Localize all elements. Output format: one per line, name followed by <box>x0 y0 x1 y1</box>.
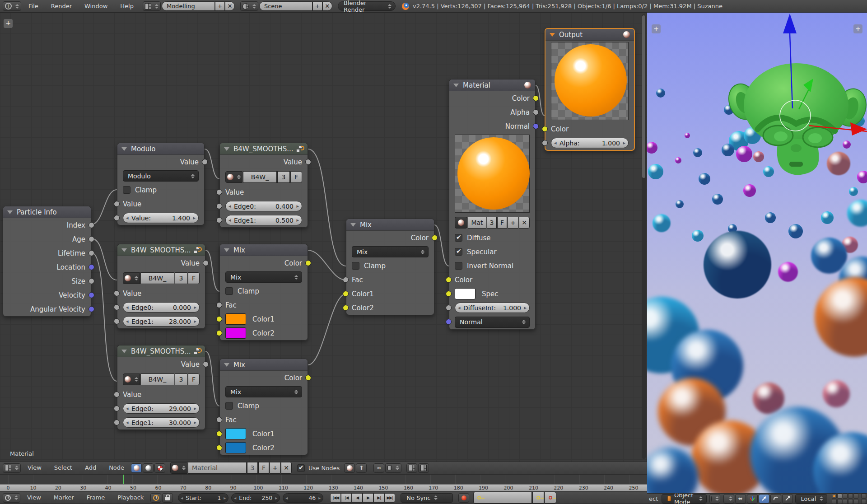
render-engine-dropdown[interactable]: Blender Render <box>338 1 396 11</box>
suzanne-monkey[interactable] <box>724 63 867 175</box>
fake-user-button[interactable]: F <box>290 171 302 183</box>
socket-value2-input[interactable] <box>114 215 120 221</box>
socket-age-output[interactable] <box>89 236 94 242</box>
use-nodes-checkbox[interactable] <box>297 464 305 472</box>
socket-normal-output[interactable] <box>533 123 539 129</box>
compositing-nodes-button[interactable] <box>143 463 154 473</box>
diffuse-checkbox[interactable] <box>455 234 462 242</box>
menu-file[interactable]: File <box>22 0 45 13</box>
scrollbar-thumb[interactable] <box>642 15 645 178</box>
node-math-modulo[interactable]: Modulo Value Modulo Clamp Value Value:1.… <box>117 143 205 225</box>
layer-cell[interactable] <box>848 499 853 504</box>
edge1-slider[interactable]: Edge1:0.500 <box>225 215 302 225</box>
socket-color-output[interactable] <box>305 375 311 381</box>
delete-keyframe-button[interactable] <box>545 492 556 504</box>
translate-manipulator-button[interactable] <box>759 494 769 504</box>
group-browse-button[interactable] <box>123 373 140 385</box>
invert-normal-checkbox[interactable] <box>455 262 462 270</box>
menu-playback[interactable]: Playback <box>111 491 150 504</box>
socket-value-input[interactable] <box>216 189 222 195</box>
socket-angular-velocity-output[interactable] <box>89 306 94 312</box>
user-count-button[interactable]: 3 <box>277 171 290 183</box>
layer-cell[interactable] <box>843 499 848 504</box>
menu-help[interactable]: Help <box>114 0 140 13</box>
layer-cell[interactable] <box>843 494 848 499</box>
node-header[interactable]: Material <box>449 79 535 91</box>
socket-fac-input[interactable] <box>216 417 222 423</box>
current-frame-playhead[interactable] <box>123 475 124 485</box>
node-mix-2[interactable]: Mix Color Mix Clamp Fac Color1 Color2 <box>219 359 308 455</box>
blend-type-dropdown[interactable]: Mix <box>225 386 302 397</box>
timeline-frame-ruler[interactable]: 0102030405060708090100110120130140150160… <box>0 484 647 491</box>
collapse-triangle-icon[interactable] <box>121 147 127 151</box>
node-group-b4w-smoothstep-2[interactable]: B4W_SMOOTHS... Value B4W_ 3 F Value Edge… <box>117 244 205 329</box>
node-header[interactable]: Modulo <box>117 143 204 155</box>
blend-type-dropdown[interactable]: Mix <box>352 246 429 257</box>
menu-add[interactable]: Add <box>79 462 103 474</box>
layer-cell[interactable] <box>853 499 858 504</box>
unlink-material-button[interactable]: ✕ <box>281 462 292 474</box>
editor-type-button[interactable] <box>3 493 20 503</box>
diffuse-intensity-slider[interactable]: DiffuseInt:1.000 <box>455 303 530 313</box>
viewport-3d[interactable]: + + <box>647 13 867 493</box>
fake-user-button[interactable]: F <box>188 272 200 284</box>
socket-edge0-input[interactable] <box>114 304 120 310</box>
user-count-button[interactable]: 3 <box>487 217 497 229</box>
socket-spec-input[interactable] <box>446 291 452 297</box>
operation-dropdown[interactable]: Modulo <box>123 170 199 182</box>
clipped-menu-text[interactable]: ect <box>649 495 658 502</box>
socket-lifetime-output[interactable] <box>89 250 94 256</box>
delete-scene-button[interactable]: ✕ <box>322 1 332 11</box>
node-header[interactable]: Mix <box>220 244 308 256</box>
layer-cell[interactable] <box>832 499 837 504</box>
user-count-button[interactable]: 3 <box>247 462 258 474</box>
value-slider[interactable]: Value:1.400 <box>123 213 199 223</box>
end-frame-field[interactable]: End:250 <box>231 493 280 503</box>
socket-edge1-input[interactable] <box>114 420 120 425</box>
layers-grid-1[interactable] <box>832 494 858 504</box>
normal-dropdown[interactable]: Normal <box>455 317 530 328</box>
timeline-track-area[interactable] <box>0 474 647 484</box>
node-header[interactable]: B4W_SMOOTHS... <box>220 143 308 155</box>
collapse-triangle-icon[interactable] <box>453 84 459 87</box>
socket-value-output[interactable] <box>305 159 311 165</box>
clamp-checkbox[interactable] <box>225 402 233 410</box>
add-material-button[interactable]: + <box>508 217 518 229</box>
socket-value-input[interactable] <box>114 290 120 296</box>
material-name-field[interactable]: Mat <box>468 217 486 229</box>
layer-cell[interactable] <box>837 499 842 504</box>
socket-normal-input[interactable] <box>446 319 452 325</box>
screen-layout-browse-button[interactable] <box>143 1 161 11</box>
edge0-slider[interactable]: Edge0:0.400 <box>225 201 302 211</box>
socket-value-input[interactable] <box>114 392 120 397</box>
node-header[interactable]: Particle Info <box>3 206 91 218</box>
layers-grid-2[interactable] <box>861 494 867 504</box>
node-editor-area[interactable]: + Material Particle Info Index Age Lifet… <box>0 13 647 462</box>
collapse-triangle-icon[interactable] <box>224 363 229 367</box>
color1-swatch[interactable] <box>225 313 246 325</box>
layer-cell[interactable] <box>853 494 858 499</box>
socket-value-output[interactable] <box>203 361 209 367</box>
auto-keyframe-button[interactable] <box>458 493 469 503</box>
socket-edge0-input[interactable] <box>114 406 120 411</box>
particle-sphere[interactable] <box>778 262 798 282</box>
layer-cell[interactable] <box>832 494 837 499</box>
delete-layout-button[interactable]: ✕ <box>225 1 235 11</box>
socket-color-input[interactable] <box>542 126 548 132</box>
socket-velocity-output[interactable] <box>89 292 94 298</box>
edge0-slider[interactable]: Edge0:29.000 <box>123 403 200 414</box>
menu-node[interactable]: Node <box>103 462 131 474</box>
collapse-triangle-icon[interactable] <box>7 210 13 214</box>
collapse-triangle-icon[interactable] <box>224 248 229 252</box>
socket-color-input[interactable] <box>446 277 452 283</box>
fake-user-button[interactable]: F <box>188 373 200 385</box>
particle-sphere[interactable] <box>704 231 771 299</box>
layer-cell[interactable] <box>837 494 842 499</box>
mode-dropdown[interactable]: Object Mode <box>662 494 706 504</box>
socket-color-output[interactable] <box>432 235 438 241</box>
socket-color-output[interactable] <box>533 95 539 101</box>
pin-button[interactable] <box>344 463 355 473</box>
paste-node-button[interactable] <box>418 463 429 473</box>
collapse-triangle-icon[interactable] <box>121 350 127 353</box>
region-expand-button[interactable]: + <box>4 19 13 28</box>
